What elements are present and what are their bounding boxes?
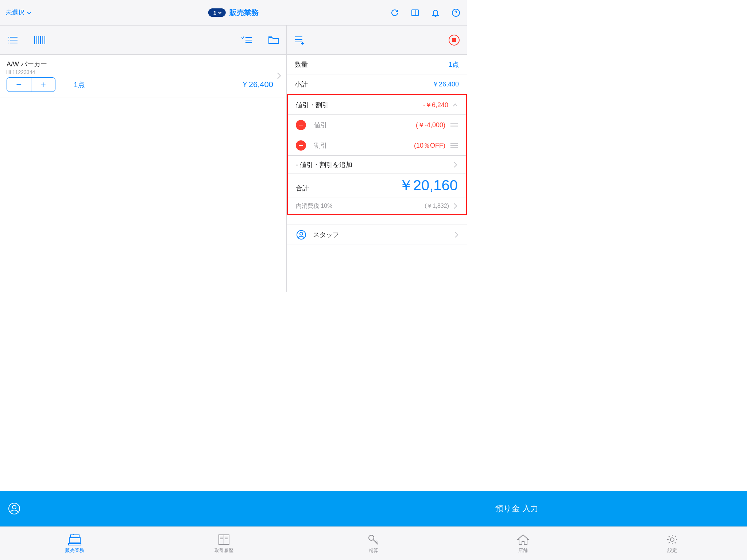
tax-row[interactable]: 内消費税 10% (￥1,832) [288,198,466,214]
remove-discount-button[interactable] [296,120,306,130]
discount-summary-row[interactable]: 値引・割引 -￥6,240 [288,95,466,115]
refresh-button[interactable] [390,8,400,18]
add-discount-label: - 値引・割引を追加 [296,160,352,169]
discount-highlight: 値引・割引 -￥6,240 値引 (￥-4,000) 割引 (10％OFF) -… [287,94,467,215]
chevron-right-icon [277,72,281,79]
svg-point-8 [8,43,9,43]
bell-icon [431,8,440,17]
barcode-button[interactable] [34,35,46,45]
add-list-button[interactable] [294,35,304,45]
plus-button[interactable]: + [31,78,55,92]
split-view-icon [411,8,419,17]
discount-line-amount: (￥-4,000) [416,121,445,129]
discount-line[interactable]: 割引 (10％OFF) [288,135,466,156]
tax-label: 内消費税 10% [296,202,332,210]
checklist-button[interactable] [240,35,253,45]
customer-selector[interactable]: 未選択 [6,8,32,17]
subtotal-value: ￥26,400 [432,80,459,89]
folder-button[interactable] [267,35,280,45]
folder-icon [268,35,279,45]
refresh-icon [390,8,399,17]
quantity-stepper[interactable]: − + [7,77,55,92]
remove-discount-button[interactable] [296,140,306,151]
title-group[interactable]: 1 販売業務 [208,8,259,18]
item-name: A/W パーカー [7,60,273,69]
person-icon [297,230,306,240]
total-value: ￥20,160 [399,175,458,195]
drag-handle[interactable] [450,123,458,127]
discount-value: -￥6,240 [423,101,448,109]
svg-point-29 [300,232,303,235]
drag-handle[interactable] [450,143,458,148]
checklist-icon [241,36,252,44]
line-item[interactable]: A/W パーカー 11223344 − + 1点 ￥26,400 [0,55,286,97]
staff-label: スタッフ [313,230,339,239]
svg-point-6 [8,40,9,40]
barcode-icon [34,35,46,45]
item-code: 11223344 [7,69,273,75]
svg-rect-0 [412,10,418,16]
total-row: 合計 ￥20,160 [288,174,466,198]
notifications-button[interactable] [430,8,441,18]
minus-button[interactable]: − [7,78,31,92]
qty-row: 数量 1点 [287,55,467,74]
customer-label: 未選択 [6,8,24,17]
stop-button[interactable] [449,35,460,46]
page-title: 販売業務 [229,8,259,18]
tax-value: (￥1,832) [425,202,449,210]
split-view-button[interactable] [410,8,420,18]
item-price: ￥26,400 [241,79,273,90]
help-button[interactable] [451,8,461,18]
svg-point-4 [8,37,9,38]
subtotal-row: 小計 ￥26,400 [287,74,467,94]
stop-icon [452,38,456,42]
chevron-down-icon [218,11,222,15]
list-view-button[interactable] [7,35,19,45]
chevron-right-icon [453,162,458,168]
discount-line[interactable]: 値引 (￥-4,000) [288,115,466,135]
chevron-down-icon [27,10,32,15]
chevron-right-icon [454,232,459,238]
staff-row[interactable]: スタッフ [287,225,467,245]
discount-line-amount: (10％OFF) [414,141,445,150]
discount-line-label: 値引 [314,121,327,129]
chevron-up-icon [453,102,458,108]
qty-value: 1点 [449,60,459,69]
item-qty: 1点 [74,80,85,90]
add-discount-row[interactable]: - 値引・割引を追加 [288,156,466,174]
chevron-right-icon [453,203,458,209]
discount-line-label: 割引 [314,141,327,150]
discount-label: 値引・割引 [296,101,329,109]
qty-label: 数量 [295,60,308,69]
help-icon [452,8,460,17]
barcode-small-icon [7,70,11,74]
transaction-count-pill[interactable]: 1 [208,8,226,17]
list-icon [7,35,18,45]
list-add-icon [294,35,304,45]
total-label: 合計 [296,184,309,195]
pill-count: 1 [213,9,216,16]
svg-point-3 [456,14,456,15]
subtotal-label: 小計 [295,80,308,89]
